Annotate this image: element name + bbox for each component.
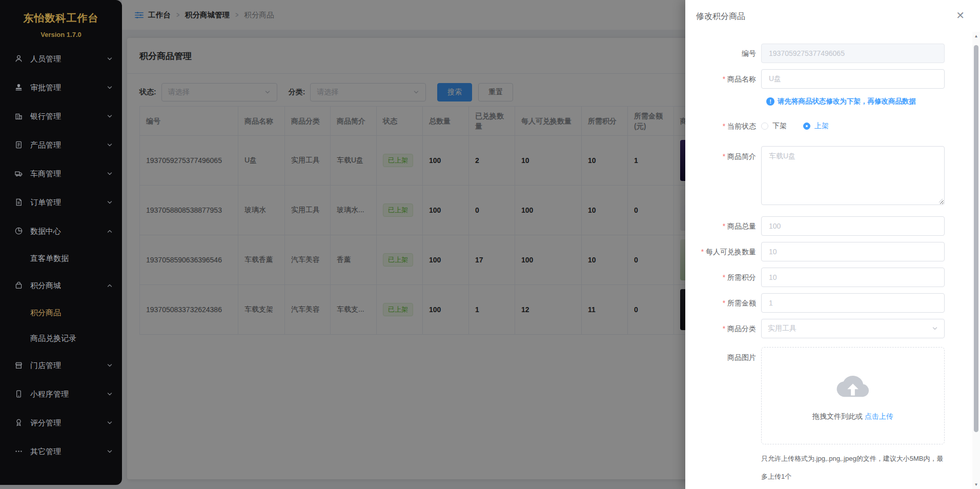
- data-center-icon: [14, 227, 24, 236]
- sidebar-item[interactable]: 评分管理: [0, 409, 122, 437]
- name-field[interactable]: [761, 69, 945, 89]
- sidebar-item-label: 审批管理: [30, 83, 107, 93]
- resize-grip-icon[interactable]: [938, 196, 943, 205]
- sidebar-item[interactable]: 订单管理: [0, 188, 122, 217]
- status-warning-alert: ! 请先将商品状态修改为下架，再修改商品数据: [766, 97, 980, 106]
- scrollbar: ▲ ▼: [972, 32, 980, 489]
- scrollbar-thumb[interactable]: [974, 45, 978, 432]
- brief-field[interactable]: 车载U盘: [761, 146, 945, 205]
- chevron-up-icon: [107, 228, 113, 234]
- app-version: Version 1.7.0: [0, 31, 122, 38]
- radio-circle-icon: [761, 123, 768, 130]
- close-icon[interactable]: ✕: [956, 10, 965, 21]
- upload-tip: 只允许上传格式为.jpg,.png,.jpeg的文件，建议大小5MB内，最多上传…: [761, 450, 947, 485]
- per-person-label: 每人可兑换数量: [685, 247, 761, 257]
- chevron-down-icon: [107, 449, 113, 455]
- dealer-icon: [14, 169, 24, 178]
- brief-label: 商品简介: [685, 146, 761, 161]
- points-label: 所需积分: [685, 272, 761, 282]
- product-icon: [14, 140, 24, 150]
- image-label: 商品图片: [685, 347, 761, 362]
- drawer-title: 修改积分商品: [685, 0, 980, 22]
- chevron-down-icon: [107, 391, 113, 397]
- points-field[interactable]: [761, 268, 945, 287]
- rating-icon: [14, 418, 24, 427]
- order-icon: [14, 198, 24, 207]
- sidebar-item-label: 银行管理: [30, 112, 107, 121]
- user-icon: [14, 54, 24, 64]
- total-label: 商品总量: [685, 221, 761, 231]
- alert-text: 请先将商品状态修改为下架，再修改商品数据: [778, 97, 916, 106]
- bank-icon: [14, 112, 24, 121]
- total-field[interactable]: [761, 216, 945, 236]
- sidebar-subitem[interactable]: 直客单数据: [0, 246, 122, 271]
- upload-cloud-icon: [836, 370, 870, 406]
- status-on-radio[interactable]: 上架: [803, 121, 829, 131]
- sidebar-item[interactable]: 门店管理: [0, 351, 122, 380]
- chevron-down-icon: [932, 325, 938, 332]
- scroll-up-arrow[interactable]: ▲: [972, 34, 980, 38]
- category-label: 商品分类: [685, 323, 761, 334]
- id-label: 编号: [685, 48, 761, 58]
- sidebar-item-label: 订单管理: [30, 198, 107, 208]
- sidebar-subitem[interactable]: 商品兑换记录: [0, 325, 122, 351]
- name-label: 商品名称: [685, 74, 761, 84]
- sidebar-item[interactable]: 其它管理: [0, 437, 122, 466]
- approval-icon: [14, 83, 24, 92]
- sidebar-item-label: 车商管理: [30, 169, 107, 179]
- app-title: 东怡数科工作台: [0, 11, 122, 25]
- amount-label: 所需金额: [685, 298, 761, 308]
- sidebar-item[interactable]: 产品管理: [0, 131, 122, 159]
- store-icon: [14, 361, 24, 370]
- amount-field[interactable]: [761, 293, 945, 313]
- chevron-down-icon: [107, 420, 113, 426]
- chevron-down-icon: [107, 142, 113, 148]
- sidebar-item[interactable]: 积分商城: [0, 271, 122, 300]
- chevron-down-icon: [107, 171, 113, 177]
- upload-link[interactable]: 点击上传: [865, 412, 893, 420]
- sidebar-item-label: 数据中心: [30, 227, 107, 236]
- sidebar-item[interactable]: 小程序管理: [0, 380, 122, 409]
- sidebar-item[interactable]: 数据中心: [0, 217, 122, 246]
- sidebar-item-label: 评分管理: [30, 418, 107, 428]
- chevron-down-icon: [107, 56, 113, 62]
- chevron-down-icon: [107, 85, 113, 91]
- status-radio-group: 下架 上架: [761, 116, 945, 136]
- upload-hint: 拖拽文件到此或 点击上传: [812, 412, 893, 421]
- category-select[interactable]: 实用工具: [761, 319, 945, 338]
- sidebar-menu: 人员管理审批管理银行管理产品管理车商管理订单管理数据中心直客单数据积分商城积分商…: [0, 45, 122, 466]
- sidebar-item[interactable]: 车商管理: [0, 159, 122, 188]
- sidebar-item[interactable]: 人员管理: [0, 45, 122, 73]
- sidebar-subitem[interactable]: 积分商品: [0, 300, 122, 325]
- sidebar-item[interactable]: 审批管理: [0, 73, 122, 102]
- chevron-down-icon: [107, 362, 113, 369]
- sidebar: 东怡数科工作台 Version 1.7.0 人员管理审批管理银行管理产品管理车商…: [0, 0, 122, 485]
- info-icon: !: [766, 97, 774, 106]
- sidebar-item-label: 积分商城: [30, 281, 107, 291]
- chevron-down-icon: [107, 113, 113, 119]
- chevron-down-icon: [107, 199, 113, 206]
- sidebar-item-label: 人员管理: [30, 54, 107, 64]
- sidebar-item-label: 门店管理: [30, 361, 107, 371]
- chevron-up-icon: [107, 282, 113, 289]
- more-icon: [14, 447, 24, 456]
- sidebar-item[interactable]: 银行管理: [0, 102, 122, 131]
- sidebar-item-label: 小程序管理: [30, 390, 107, 399]
- radio-circle-icon: [803, 123, 810, 130]
- scroll-down-arrow[interactable]: ▼: [972, 482, 980, 487]
- id-field[interactable]: [761, 44, 945, 63]
- per-person-field[interactable]: [761, 242, 945, 261]
- miniapp-icon: [14, 390, 24, 399]
- mall-bag-icon: [14, 281, 24, 290]
- status-label: 当前状态: [685, 121, 761, 131]
- image-upload-dropzone[interactable]: 拖拽文件到此或 点击上传: [761, 347, 945, 444]
- edit-goods-form: 编号 商品名称 ! 请先将商品状态修改为下架，再修改商品数据 当前状态 下架: [685, 44, 980, 485]
- sidebar-item-label: 产品管理: [30, 140, 107, 150]
- edit-goods-drawer: 修改积分商品 ✕ 编号 商品名称 ! 请先将商品状态修改为下架，再修改商品数据 …: [685, 0, 980, 489]
- sidebar-item-label: 其它管理: [30, 447, 107, 457]
- brand: 东怡数科工作台 Version 1.7.0: [0, 0, 122, 38]
- status-off-radio[interactable]: 下架: [761, 121, 787, 131]
